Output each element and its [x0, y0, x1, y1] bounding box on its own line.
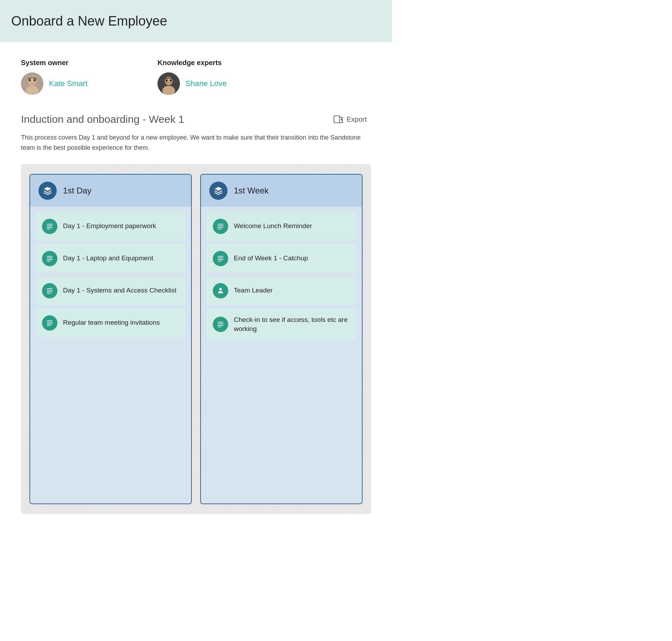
- kanban-container: 1st Day Day 1 - Employment paperwork: [21, 164, 371, 514]
- svg-rect-34: [218, 258, 224, 258]
- svg-rect-21: [47, 288, 53, 289]
- checklist-icon: [217, 255, 224, 262]
- task-card[interactable]: Regular team meeting invitations: [36, 309, 186, 337]
- svg-rect-23: [47, 291, 53, 292]
- task-card[interactable]: Team Leader: [206, 277, 356, 305]
- column-first-week-icon: [209, 182, 227, 200]
- task-card[interactable]: Welcome Lunch Reminder: [206, 212, 356, 240]
- column-first-day-header: 1st Day: [30, 175, 191, 207]
- svg-rect-19: [47, 259, 53, 260]
- svg-rect-33: [218, 256, 224, 256]
- section-header-row: Induction and onboarding - Week 1 Export: [21, 112, 371, 127]
- task-title: Day 1 - Systems and Access Checklist: [63, 286, 176, 295]
- svg-point-8: [166, 79, 168, 82]
- svg-rect-13: [47, 224, 53, 224]
- svg-rect-14: [47, 225, 53, 226]
- task-card[interactable]: Day 1 - Laptop and Equipment: [36, 245, 186, 273]
- column-first-week: 1st Week Welcome Lunch Reminder: [200, 174, 363, 504]
- knowledge-experts-section: Knowledge experts Shane Love: [158, 59, 226, 95]
- main-content: System owner Kate Smart K: [0, 42, 392, 531]
- owners-row: System owner Kate Smart K: [21, 59, 371, 95]
- svg-rect-27: [47, 323, 53, 324]
- task-icon: [213, 219, 228, 234]
- svg-rect-24: [47, 293, 51, 294]
- column-first-day-icon: [38, 182, 57, 200]
- task-title: Regular team meeting invitations: [63, 318, 160, 327]
- kate-avatar: [21, 72, 43, 95]
- task-title: End of Week 1 - Catchup: [234, 254, 308, 263]
- svg-point-37: [219, 288, 222, 290]
- task-title: Team Leader: [234, 286, 273, 295]
- svg-rect-41: [218, 327, 222, 327]
- task-card[interactable]: Check-in to see if access, tools etc are…: [206, 309, 356, 340]
- task-icon: [42, 283, 57, 298]
- checklist-icon: [217, 223, 224, 230]
- task-icon: [42, 219, 57, 234]
- checklist-icon: [46, 223, 54, 230]
- svg-rect-36: [218, 261, 222, 261]
- svg-rect-29: [218, 224, 224, 224]
- svg-rect-38: [218, 322, 224, 323]
- knowledge-experts-info: Shane Love: [158, 72, 226, 95]
- export-button[interactable]: Export: [329, 112, 371, 127]
- task-card[interactable]: End of Week 1 - Catchup: [206, 245, 356, 273]
- layers-icon: [43, 186, 52, 195]
- svg-rect-10: [166, 82, 172, 83]
- svg-rect-16: [47, 228, 51, 229]
- shane-avatar: [158, 72, 180, 95]
- column-first-day-body: Day 1 - Employment paperwork Day 1 - Lap…: [30, 207, 191, 503]
- svg-rect-40: [218, 325, 224, 326]
- task-title: Welcome Lunch Reminder: [234, 221, 312, 231]
- svg-point-9: [170, 79, 172, 82]
- layers-icon: [214, 186, 223, 195]
- column-first-week-body: Welcome Lunch Reminder End of Week 1 - C…: [201, 207, 362, 503]
- person-icon: [217, 287, 224, 295]
- knowledge-expert-name[interactable]: Shane Love: [186, 79, 226, 88]
- task-icon: [213, 317, 228, 332]
- svg-rect-31: [218, 227, 224, 227]
- column-first-week-title: 1st Week: [234, 186, 269, 196]
- system-owner-label: System owner: [21, 59, 88, 67]
- svg-rect-17: [47, 256, 53, 256]
- task-card[interactable]: Day 1 - Employment paperwork: [36, 212, 186, 240]
- system-owner-info: Kate Smart: [21, 72, 88, 95]
- svg-rect-26: [47, 322, 53, 323]
- export-label: Export: [346, 115, 367, 124]
- task-icon: [213, 251, 228, 266]
- svg-rect-18: [47, 258, 53, 258]
- checklist-icon: [46, 255, 54, 262]
- checklist-icon: [46, 319, 54, 327]
- svg-rect-15: [47, 227, 53, 227]
- section-description: This process covers Day 1 and beyond for…: [21, 133, 371, 153]
- svg-point-4: [34, 79, 36, 82]
- svg-point-3: [29, 79, 31, 82]
- page-title: Onboard a New Employee: [11, 14, 167, 29]
- task-icon: [42, 251, 57, 266]
- svg-rect-20: [47, 261, 51, 261]
- svg-rect-25: [47, 320, 53, 321]
- svg-rect-35: [218, 259, 224, 260]
- system-owner-name[interactable]: Kate Smart: [49, 79, 88, 88]
- task-title: Check-in to see if access, tools etc are…: [234, 315, 350, 334]
- task-title: Day 1 - Employment paperwork: [63, 221, 156, 231]
- svg-rect-12: [334, 116, 340, 123]
- task-card[interactable]: Day 1 - Systems and Access Checklist: [36, 277, 186, 305]
- column-first-day-title: 1st Day: [63, 186, 91, 196]
- header-bar: Onboard a New Employee: [0, 0, 392, 42]
- column-first-week-header: 1st Week: [201, 175, 362, 207]
- export-icon: [333, 114, 343, 124]
- svg-rect-30: [218, 225, 224, 226]
- task-icon: [42, 315, 57, 331]
- checklist-icon: [46, 287, 54, 295]
- column-first-day: 1st Day Day 1 - Employment paperwork: [29, 174, 192, 504]
- task-title: Day 1 - Laptop and Equipment: [63, 254, 153, 263]
- knowledge-experts-label: Knowledge experts: [158, 59, 226, 67]
- svg-rect-22: [47, 290, 53, 290]
- svg-rect-39: [218, 323, 224, 324]
- svg-rect-32: [218, 228, 222, 229]
- section-title: Induction and onboarding - Week 1: [21, 113, 184, 125]
- checklist-icon: [217, 320, 224, 328]
- task-icon: [213, 283, 228, 298]
- svg-rect-28: [47, 325, 51, 326]
- system-owner-section: System owner Kate Smart: [21, 59, 88, 95]
